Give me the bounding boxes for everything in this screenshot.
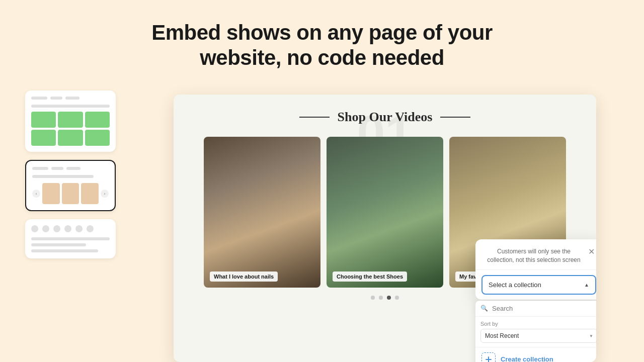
carousel-items bbox=[42, 183, 99, 204]
close-button[interactable]: ✕ bbox=[586, 246, 596, 256]
mockup-line bbox=[65, 97, 79, 100]
video-label-1: What I love about nails bbox=[210, 272, 278, 282]
create-collection-label: Create collection bbox=[501, 355, 553, 362]
grid-cell bbox=[31, 130, 56, 146]
sidebar-mockups: ‹ › bbox=[25, 90, 116, 258]
mockup-dot bbox=[53, 225, 60, 232]
hero-title: Embed shows on any page of your website,… bbox=[0, 0, 644, 71]
search-icon: 🔍 bbox=[480, 305, 488, 312]
select-trigger-text: Select a collection bbox=[489, 281, 541, 289]
mockup-line bbox=[50, 97, 62, 100]
sort-label: Sort by bbox=[480, 321, 596, 327]
carousel-right-arrow[interactable]: › bbox=[101, 190, 109, 198]
video-thumb-2: Choosing the best Shoes bbox=[327, 137, 443, 288]
dropdown-header-text: Customers will only see the collection, … bbox=[484, 247, 594, 264]
dropdown-panel: Customers will only see the collection, … bbox=[475, 239, 596, 300]
grid-cell bbox=[58, 130, 83, 146]
mockup-carousel: ‹ › bbox=[32, 183, 109, 204]
shop-title-row: Shop Our Videos bbox=[194, 110, 576, 125]
pagination-dot-1[interactable] bbox=[371, 296, 375, 300]
carousel-left-arrow[interactable]: ‹ bbox=[32, 190, 40, 198]
carousel-item bbox=[81, 183, 99, 204]
mockup-dot bbox=[75, 225, 83, 232]
grid-cell bbox=[58, 112, 83, 128]
dropdown-items: Create collection My first Collection bbox=[475, 347, 596, 362]
dropdown-sort-row: Sort by Most Recent Oldest Alphabetical bbox=[475, 317, 596, 347]
title-divider-right bbox=[440, 117, 470, 118]
pagination-dot-4[interactable] bbox=[395, 296, 399, 300]
mockup-grid bbox=[31, 112, 110, 146]
dropdown-list: 🔍 Sort by Most Recent Oldest Alphabetica… bbox=[475, 301, 596, 362]
video-label-2: Choosing the best Shoes bbox=[333, 272, 407, 282]
create-collection-item[interactable]: Create collection bbox=[475, 347, 596, 362]
mockup-dot bbox=[42, 225, 49, 232]
search-input[interactable] bbox=[492, 305, 596, 312]
browser-content: 01 Shop Our Videos What I love about nai… bbox=[174, 95, 596, 362]
title-divider-left bbox=[299, 117, 330, 118]
video-bg-1: What I love about nails bbox=[204, 137, 320, 288]
mockup-dot bbox=[64, 225, 71, 232]
create-collection-icon bbox=[481, 352, 496, 362]
mockup-dot bbox=[31, 225, 38, 232]
grid-cell bbox=[85, 112, 110, 128]
pagination-dot-3[interactable] bbox=[387, 296, 391, 300]
mockup-lines bbox=[32, 167, 109, 170]
mockup-line bbox=[31, 237, 110, 240]
mockup-line bbox=[51, 167, 63, 170]
mockup-line bbox=[31, 243, 86, 246]
sort-wrapper: Most Recent Oldest Alphabetical bbox=[480, 329, 596, 343]
browser-frame: 01 Shop Our Videos What I love about nai… bbox=[174, 95, 596, 362]
sort-select[interactable]: Most Recent Oldest Alphabetical bbox=[480, 329, 596, 343]
video-bg-2: Choosing the best Shoes bbox=[327, 137, 443, 288]
mockup-card-dots bbox=[25, 219, 116, 258]
mockup-line bbox=[32, 167, 48, 170]
select-collection-trigger[interactable]: Select a collection ▲ bbox=[481, 275, 596, 295]
mockup-dots-row bbox=[31, 225, 110, 232]
mockup-line bbox=[31, 97, 47, 100]
pagination-dot-2[interactable] bbox=[379, 296, 383, 300]
mockup-line bbox=[31, 105, 110, 108]
mockup-card-carousel[interactable]: ‹ › bbox=[25, 160, 116, 211]
mockup-dot bbox=[87, 225, 94, 232]
mockup-line bbox=[31, 249, 98, 252]
dropdown-search-row: 🔍 bbox=[475, 301, 596, 317]
video-thumb-1: What I love about nails bbox=[204, 137, 320, 288]
shop-title: Shop Our Videos bbox=[338, 110, 433, 125]
mockup-lines bbox=[31, 97, 110, 100]
grid-cell bbox=[85, 130, 110, 146]
dropdown-header: Customers will only see the collection, … bbox=[475, 239, 596, 270]
carousel-item bbox=[62, 183, 79, 204]
mockup-line bbox=[32, 175, 94, 178]
grid-cell bbox=[31, 112, 56, 128]
dropdown-arrow-icon: ▲ bbox=[584, 282, 589, 288]
mockup-line bbox=[66, 167, 80, 170]
carousel-item bbox=[42, 183, 60, 204]
mockup-card-grid bbox=[25, 90, 116, 152]
